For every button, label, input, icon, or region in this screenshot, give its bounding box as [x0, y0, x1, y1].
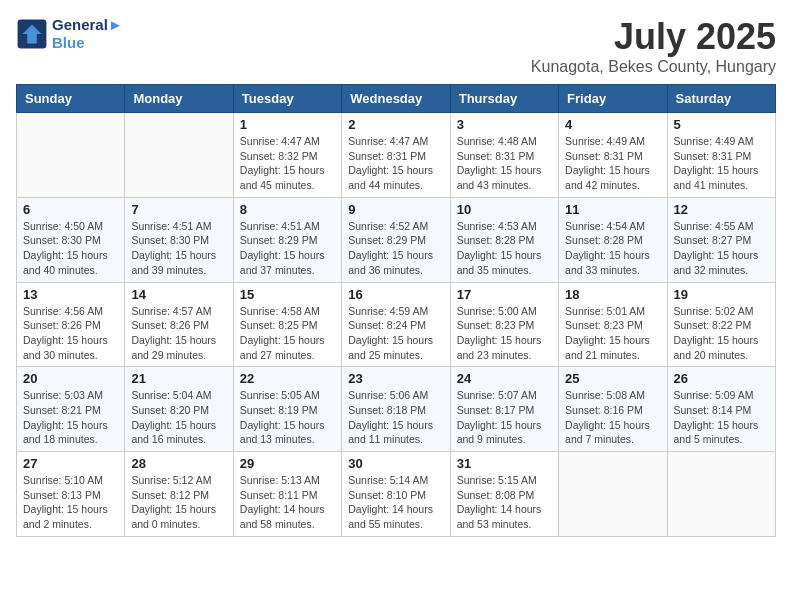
calendar-cell: 2Sunrise: 4:47 AM Sunset: 8:31 PM Daylig… [342, 113, 450, 198]
calendar-cell: 13Sunrise: 4:56 AM Sunset: 8:26 PM Dayli… [17, 282, 125, 367]
day-number: 2 [348, 117, 443, 132]
day-info: Sunrise: 4:52 AM Sunset: 8:29 PM Dayligh… [348, 219, 443, 278]
day-header-saturday: Saturday [667, 85, 775, 113]
day-number: 19 [674, 287, 769, 302]
calendar-cell: 23Sunrise: 5:06 AM Sunset: 8:18 PM Dayli… [342, 367, 450, 452]
calendar-cell [17, 113, 125, 198]
calendar-table: SundayMondayTuesdayWednesdayThursdayFrid… [16, 84, 776, 537]
calendar-cell: 17Sunrise: 5:00 AM Sunset: 8:23 PM Dayli… [450, 282, 558, 367]
day-number: 3 [457, 117, 552, 132]
day-info: Sunrise: 4:51 AM Sunset: 8:29 PM Dayligh… [240, 219, 335, 278]
calendar-cell: 21Sunrise: 5:04 AM Sunset: 8:20 PM Dayli… [125, 367, 233, 452]
day-info: Sunrise: 5:06 AM Sunset: 8:18 PM Dayligh… [348, 388, 443, 447]
calendar-cell: 8Sunrise: 4:51 AM Sunset: 8:29 PM Daylig… [233, 197, 341, 282]
day-number: 6 [23, 202, 118, 217]
day-number: 18 [565, 287, 660, 302]
day-number: 25 [565, 371, 660, 386]
day-header-monday: Monday [125, 85, 233, 113]
day-info: Sunrise: 4:54 AM Sunset: 8:28 PM Dayligh… [565, 219, 660, 278]
day-info: Sunrise: 4:47 AM Sunset: 8:31 PM Dayligh… [348, 134, 443, 193]
page-header: General► Blue July 2025 Kunagota, Bekes … [16, 16, 776, 76]
calendar-week-1: 1Sunrise: 4:47 AM Sunset: 8:32 PM Daylig… [17, 113, 776, 198]
day-info: Sunrise: 5:09 AM Sunset: 8:14 PM Dayligh… [674, 388, 769, 447]
calendar-week-2: 6Sunrise: 4:50 AM Sunset: 8:30 PM Daylig… [17, 197, 776, 282]
calendar-cell: 28Sunrise: 5:12 AM Sunset: 8:12 PM Dayli… [125, 452, 233, 537]
day-number: 9 [348, 202, 443, 217]
day-number: 4 [565, 117, 660, 132]
calendar-cell [667, 452, 775, 537]
day-number: 27 [23, 456, 118, 471]
day-number: 14 [131, 287, 226, 302]
day-number: 29 [240, 456, 335, 471]
day-header-tuesday: Tuesday [233, 85, 341, 113]
day-info: Sunrise: 4:55 AM Sunset: 8:27 PM Dayligh… [674, 219, 769, 278]
calendar-cell: 4Sunrise: 4:49 AM Sunset: 8:31 PM Daylig… [559, 113, 667, 198]
day-number: 5 [674, 117, 769, 132]
calendar-cell: 29Sunrise: 5:13 AM Sunset: 8:11 PM Dayli… [233, 452, 341, 537]
day-info: Sunrise: 4:59 AM Sunset: 8:24 PM Dayligh… [348, 304, 443, 363]
day-info: Sunrise: 4:49 AM Sunset: 8:31 PM Dayligh… [674, 134, 769, 193]
day-number: 20 [23, 371, 118, 386]
logo-text: General► Blue [52, 16, 123, 52]
day-number: 26 [674, 371, 769, 386]
day-info: Sunrise: 4:53 AM Sunset: 8:28 PM Dayligh… [457, 219, 552, 278]
day-info: Sunrise: 5:12 AM Sunset: 8:12 PM Dayligh… [131, 473, 226, 532]
calendar-cell: 3Sunrise: 4:48 AM Sunset: 8:31 PM Daylig… [450, 113, 558, 198]
day-number: 8 [240, 202, 335, 217]
day-info: Sunrise: 5:10 AM Sunset: 8:13 PM Dayligh… [23, 473, 118, 532]
calendar-cell: 5Sunrise: 4:49 AM Sunset: 8:31 PM Daylig… [667, 113, 775, 198]
day-info: Sunrise: 4:48 AM Sunset: 8:31 PM Dayligh… [457, 134, 552, 193]
day-info: Sunrise: 4:49 AM Sunset: 8:31 PM Dayligh… [565, 134, 660, 193]
day-number: 30 [348, 456, 443, 471]
calendar-header-row: SundayMondayTuesdayWednesdayThursdayFrid… [17, 85, 776, 113]
calendar-cell: 15Sunrise: 4:58 AM Sunset: 8:25 PM Dayli… [233, 282, 341, 367]
calendar-cell: 12Sunrise: 4:55 AM Sunset: 8:27 PM Dayli… [667, 197, 775, 282]
day-number: 1 [240, 117, 335, 132]
day-number: 10 [457, 202, 552, 217]
day-header-friday: Friday [559, 85, 667, 113]
day-info: Sunrise: 4:50 AM Sunset: 8:30 PM Dayligh… [23, 219, 118, 278]
day-info: Sunrise: 5:05 AM Sunset: 8:19 PM Dayligh… [240, 388, 335, 447]
day-info: Sunrise: 5:02 AM Sunset: 8:22 PM Dayligh… [674, 304, 769, 363]
calendar-cell: 26Sunrise: 5:09 AM Sunset: 8:14 PM Dayli… [667, 367, 775, 452]
main-title: July 2025 [531, 16, 776, 58]
day-info: Sunrise: 4:57 AM Sunset: 8:26 PM Dayligh… [131, 304, 226, 363]
day-number: 22 [240, 371, 335, 386]
calendar-week-5: 27Sunrise: 5:10 AM Sunset: 8:13 PM Dayli… [17, 452, 776, 537]
calendar-cell [559, 452, 667, 537]
calendar-cell: 14Sunrise: 4:57 AM Sunset: 8:26 PM Dayli… [125, 282, 233, 367]
day-number: 7 [131, 202, 226, 217]
day-number: 11 [565, 202, 660, 217]
calendar-cell: 30Sunrise: 5:14 AM Sunset: 8:10 PM Dayli… [342, 452, 450, 537]
day-info: Sunrise: 4:51 AM Sunset: 8:30 PM Dayligh… [131, 219, 226, 278]
logo: General► Blue [16, 16, 123, 52]
day-info: Sunrise: 5:03 AM Sunset: 8:21 PM Dayligh… [23, 388, 118, 447]
day-info: Sunrise: 5:07 AM Sunset: 8:17 PM Dayligh… [457, 388, 552, 447]
day-info: Sunrise: 5:15 AM Sunset: 8:08 PM Dayligh… [457, 473, 552, 532]
day-info: Sunrise: 5:14 AM Sunset: 8:10 PM Dayligh… [348, 473, 443, 532]
day-info: Sunrise: 5:13 AM Sunset: 8:11 PM Dayligh… [240, 473, 335, 532]
calendar-cell: 7Sunrise: 4:51 AM Sunset: 8:30 PM Daylig… [125, 197, 233, 282]
calendar-cell: 31Sunrise: 5:15 AM Sunset: 8:08 PM Dayli… [450, 452, 558, 537]
day-number: 12 [674, 202, 769, 217]
logo-icon [16, 18, 48, 50]
calendar-cell: 6Sunrise: 4:50 AM Sunset: 8:30 PM Daylig… [17, 197, 125, 282]
day-number: 13 [23, 287, 118, 302]
calendar-week-4: 20Sunrise: 5:03 AM Sunset: 8:21 PM Dayli… [17, 367, 776, 452]
day-number: 23 [348, 371, 443, 386]
subtitle: Kunagota, Bekes County, Hungary [531, 58, 776, 76]
day-header-wednesday: Wednesday [342, 85, 450, 113]
day-header-thursday: Thursday [450, 85, 558, 113]
day-number: 21 [131, 371, 226, 386]
day-info: Sunrise: 5:01 AM Sunset: 8:23 PM Dayligh… [565, 304, 660, 363]
day-info: Sunrise: 4:58 AM Sunset: 8:25 PM Dayligh… [240, 304, 335, 363]
calendar-cell: 24Sunrise: 5:07 AM Sunset: 8:17 PM Dayli… [450, 367, 558, 452]
calendar-cell: 16Sunrise: 4:59 AM Sunset: 8:24 PM Dayli… [342, 282, 450, 367]
day-info: Sunrise: 4:56 AM Sunset: 8:26 PM Dayligh… [23, 304, 118, 363]
calendar-cell: 20Sunrise: 5:03 AM Sunset: 8:21 PM Dayli… [17, 367, 125, 452]
calendar-cell: 22Sunrise: 5:05 AM Sunset: 8:19 PM Dayli… [233, 367, 341, 452]
day-number: 24 [457, 371, 552, 386]
day-header-sunday: Sunday [17, 85, 125, 113]
calendar-cell: 10Sunrise: 4:53 AM Sunset: 8:28 PM Dayli… [450, 197, 558, 282]
calendar-cell: 25Sunrise: 5:08 AM Sunset: 8:16 PM Dayli… [559, 367, 667, 452]
